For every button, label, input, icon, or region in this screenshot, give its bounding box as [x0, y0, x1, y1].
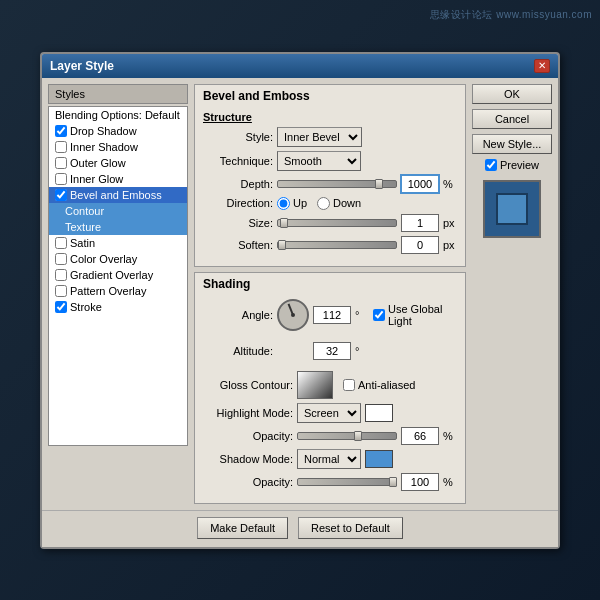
size-label: Size: — [203, 217, 273, 229]
angle-label: Angle: — [203, 309, 273, 321]
bevel-emboss-checkbox[interactable] — [55, 189, 67, 201]
altitude-spacer — [277, 335, 309, 367]
altitude-label: Altitude: — [203, 345, 273, 357]
depth-input[interactable] — [401, 175, 439, 193]
soften-slider-thumb[interactable] — [278, 240, 286, 250]
gradient-overlay-checkbox[interactable] — [55, 269, 67, 281]
shadow-mode-row: Shadow Mode: Normal Multiply Screen — [203, 449, 457, 469]
sidebar-item-pattern-overlay[interactable]: Pattern Overlay — [49, 283, 187, 299]
sidebar-item-texture[interactable]: Texture — [49, 219, 187, 235]
sidebar-item-inner-shadow[interactable]: Inner Shadow — [49, 139, 187, 155]
main-panel: Bevel and Emboss Structure Style: Inner … — [194, 84, 466, 504]
shadow-mode-select[interactable]: Normal Multiply Screen — [297, 449, 361, 469]
make-default-button[interactable]: Make Default — [197, 517, 288, 539]
ok-button[interactable]: OK — [472, 84, 552, 104]
new-style-button[interactable]: New Style... — [472, 134, 552, 154]
soften-input[interactable] — [401, 236, 439, 254]
sidebar-item-outer-glow[interactable]: Outer Glow — [49, 155, 187, 171]
sidebar-item-label: Pattern Overlay — [70, 285, 146, 297]
style-label: Style: — [203, 131, 273, 143]
anti-aliased-checkbox[interactable] — [343, 379, 355, 391]
direction-up-option[interactable]: Up — [277, 197, 307, 210]
altitude-row: Altitude: ° — [203, 335, 457, 367]
size-input[interactable] — [401, 214, 439, 232]
sidebar-item-gradient-overlay[interactable]: Gradient Overlay — [49, 267, 187, 283]
direction-up-radio[interactable] — [277, 197, 290, 210]
sidebar-item-satin[interactable]: Satin — [49, 235, 187, 251]
use-global-light-checkbox[interactable] — [373, 309, 385, 321]
inner-shadow-checkbox[interactable] — [55, 141, 67, 153]
shadow-opacity-input[interactable] — [401, 473, 439, 491]
satin-checkbox[interactable] — [55, 237, 67, 249]
soften-label: Soften: — [203, 239, 273, 251]
drop-shadow-checkbox[interactable] — [55, 125, 67, 137]
stroke-checkbox[interactable] — [55, 301, 67, 313]
direction-label: Direction: — [203, 197, 273, 209]
depth-row: Depth: % — [203, 175, 457, 193]
bevel-emboss-title: Bevel and Emboss — [203, 89, 457, 105]
preview-option[interactable]: Preview — [472, 159, 552, 171]
size-unit: px — [443, 217, 457, 229]
preview-inner — [496, 193, 528, 225]
sidebar-item-inner-glow[interactable]: Inner Glow — [49, 171, 187, 187]
cancel-button[interactable]: Cancel — [472, 109, 552, 129]
highlight-opacity-label: Opacity: — [203, 430, 293, 442]
shadow-mode-label: Shadow Mode: — [203, 453, 293, 465]
depth-slider[interactable] — [277, 180, 397, 188]
shadow-opacity-slider[interactable] — [297, 478, 397, 486]
use-global-light-label: Use Global Light — [388, 303, 457, 327]
sidebar-item-label: Outer Glow — [70, 157, 126, 169]
left-panel: Styles Blending Options: Default Drop Sh… — [48, 84, 188, 504]
sidebar-item-color-overlay[interactable]: Color Overlay — [49, 251, 187, 267]
gloss-contour-label: Gloss Contour: — [203, 379, 293, 391]
anti-aliased-option[interactable]: Anti-aliased — [343, 379, 415, 391]
direction-down-radio[interactable] — [317, 197, 330, 210]
highlight-opacity-slider[interactable] — [297, 432, 397, 440]
technique-label: Technique: — [203, 155, 273, 167]
altitude-input[interactable] — [313, 342, 351, 360]
sidebar-item-blending[interactable]: Blending Options: Default — [49, 107, 187, 123]
gloss-contour-thumb[interactable] — [297, 371, 333, 399]
color-overlay-checkbox[interactable] — [55, 253, 67, 265]
angle-dial[interactable] — [277, 299, 309, 331]
sidebar-item-bevel-emboss[interactable]: Bevel and Emboss — [49, 187, 187, 203]
highlight-mode-select[interactable]: Screen Normal Multiply — [297, 403, 361, 423]
outer-glow-checkbox[interactable] — [55, 157, 67, 169]
size-slider[interactable] — [277, 219, 397, 227]
highlight-opacity-thumb[interactable] — [354, 431, 362, 441]
sidebar-item-contour[interactable]: Contour — [49, 203, 187, 219]
highlight-color-swatch[interactable] — [365, 404, 393, 422]
style-select[interactable]: Inner Bevel Outer Bevel Emboss — [277, 127, 362, 147]
direction-down-option[interactable]: Down — [317, 197, 361, 210]
sidebar-item-label: Drop Shadow — [70, 125, 137, 137]
dialog-title: Layer Style — [50, 59, 114, 73]
shadow-opacity-thumb[interactable] — [389, 477, 397, 487]
highlight-mode-label: Highlight Mode: — [203, 407, 293, 419]
right-panel: OK Cancel New Style... Preview — [472, 84, 552, 504]
size-slider-thumb[interactable] — [280, 218, 288, 228]
bevel-emboss-section: Bevel and Emboss Structure Style: Inner … — [194, 84, 466, 267]
sidebar-item-stroke[interactable]: Stroke — [49, 299, 187, 315]
sidebar-item-drop-shadow[interactable]: Drop Shadow — [49, 123, 187, 139]
direction-up-label: Up — [293, 197, 307, 209]
preview-checkbox[interactable] — [485, 159, 497, 171]
preview-area — [472, 180, 552, 238]
highlight-opacity-row: Opacity: % — [203, 427, 457, 445]
soften-slider[interactable] — [277, 241, 397, 249]
sidebar-item-label: Texture — [65, 221, 101, 233]
highlight-opacity-input[interactable] — [401, 427, 439, 445]
angle-input[interactable] — [313, 306, 351, 324]
inner-glow-checkbox[interactable] — [55, 173, 67, 185]
direction-radio-group: Up Down — [277, 197, 361, 210]
pattern-overlay-checkbox[interactable] — [55, 285, 67, 297]
reset-to-default-button[interactable]: Reset to Default — [298, 517, 403, 539]
close-button[interactable]: ✕ — [534, 59, 550, 73]
depth-slider-thumb[interactable] — [375, 179, 383, 189]
shadow-color-swatch[interactable] — [365, 450, 393, 468]
sidebar-item-label: Stroke — [70, 301, 102, 313]
depth-unit: % — [443, 178, 457, 190]
size-row: Size: px — [203, 214, 457, 232]
use-global-light-option[interactable]: Use Global Light — [373, 303, 457, 327]
technique-select[interactable]: Smooth Chisel Hard Chisel Soft — [277, 151, 361, 171]
altitude-unit: ° — [355, 345, 369, 357]
